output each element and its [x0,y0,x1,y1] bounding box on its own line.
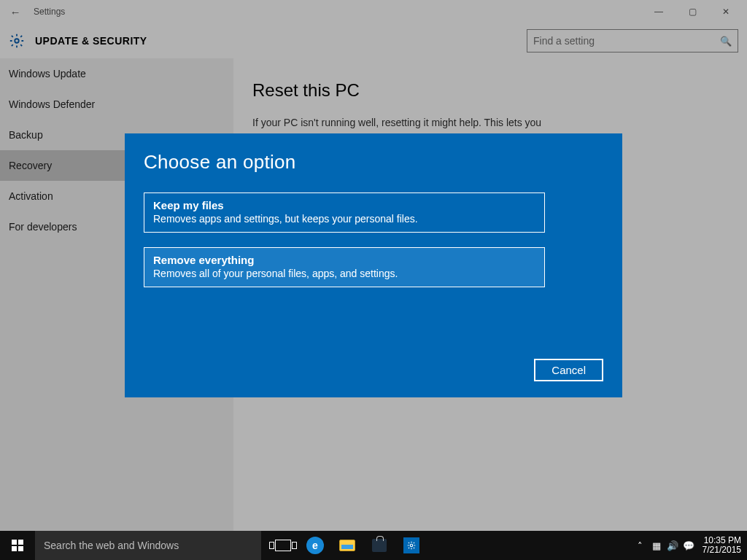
tray-network-icon[interactable]: ▦ [649,531,665,560]
taskbar-clock[interactable]: 10:35 PM 7/21/2015 [697,536,747,555]
taskbar: Search the web and Windows e ˄ ▦ 🔊 💬 10:… [0,531,747,560]
option-title: Remove everything [153,254,535,266]
svg-rect-2 [18,540,23,545]
store-icon [372,539,387,552]
edge-icon: e [306,537,324,554]
folder-icon [339,540,355,551]
svg-point-5 [410,544,413,547]
tray-notifications-icon[interactable]: 💬 [681,531,697,560]
option-desc: Removes apps and settings, but keeps you… [153,213,535,225]
option-title: Keep my files [153,199,535,211]
system-tray: ˄ ▦ 🔊 💬 10:35 PM 7/21/2015 [632,531,747,560]
task-view-button[interactable] [267,531,299,560]
start-button[interactable] [0,531,35,560]
taskbar-edge[interactable]: e [299,531,331,560]
settings-icon [403,537,419,553]
option-keep-my-files[interactable]: Keep my files Removes apps and settings,… [144,192,545,233]
taskbar-store[interactable] [363,531,395,560]
option-desc: Removes all of your personal files, apps… [153,268,535,279]
tray-chevron-icon[interactable]: ˄ [632,531,649,560]
cancel-button[interactable]: Cancel [534,359,603,381]
tray-volume-icon[interactable]: 🔊 [665,531,681,560]
svg-rect-3 [12,546,17,551]
option-remove-everything[interactable]: Remove everything Removes all of your pe… [144,247,545,287]
taskbar-settings[interactable] [395,531,427,560]
task-view-icon [275,540,291,551]
dialog-title: Choose an option [144,151,603,174]
svg-rect-1 [12,540,17,545]
taskbar-file-explorer[interactable] [331,531,363,560]
reset-dialog: Choose an option Keep my files Removes a… [125,133,622,397]
clock-date: 7/21/2015 [703,545,741,555]
cortana-search[interactable]: Search the web and Windows [35,531,261,560]
cortana-placeholder: Search the web and Windows [44,540,179,551]
svg-rect-4 [18,546,23,551]
